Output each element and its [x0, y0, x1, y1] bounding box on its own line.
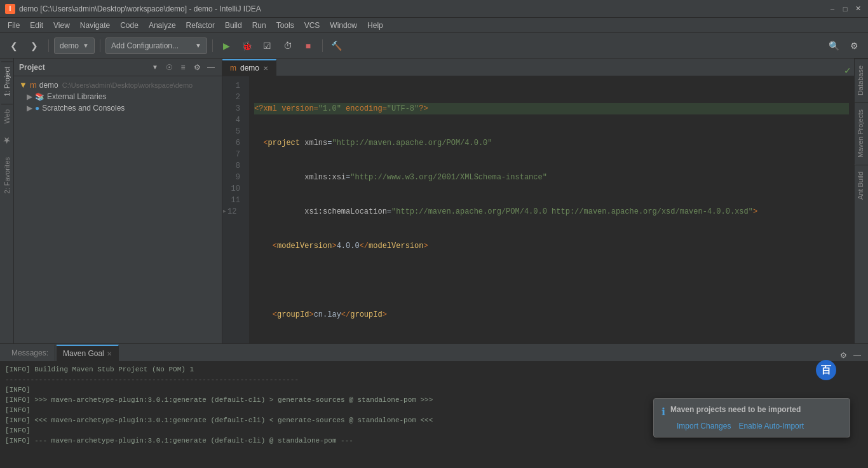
maven-goal-tab-close[interactable]: ✕ — [107, 350, 112, 357]
add-configuration-dropdown[interactable]: Add Configuration... ▼ — [105, 38, 207, 54]
code-content[interactable]: <?xml version="1.0" encoding="UTF-8"?> <… — [249, 76, 854, 343]
menu-edit[interactable]: Edit — [25, 18, 48, 32]
code-line-5: <modelVersion>4.0.0</modelVersion> — [254, 240, 849, 252]
coverage-button[interactable]: ☑ — [259, 37, 276, 55]
menu-file[interactable]: File — [3, 18, 25, 32]
right-sidebar: Database Maven Projects Ant Build — [854, 59, 868, 343]
library-icon: 📚 — [35, 92, 44, 101]
settings-button[interactable]: ⚙ — [845, 37, 863, 55]
back-button[interactable]: ❮ — [5, 37, 23, 55]
maven-projects-tab[interactable]: Maven Projects — [855, 102, 868, 164]
close-button[interactable]: ✕ — [853, 4, 863, 14]
tab-close-button[interactable]: ✕ — [263, 65, 268, 72]
sidebar-header: Project ▼ ☉ ≡ ⚙ — — [14, 59, 222, 76]
line-num-8: 8 — [222, 160, 244, 172]
line-num-4: 4 — [222, 114, 244, 126]
project-name-label: demo — [60, 41, 79, 50]
menu-vcs[interactable]: VCS — [299, 18, 325, 32]
code-editor[interactable]: 1 2 3 4 5 6 7 8 9 10 11 ▹12 <?xml versio… — [222, 76, 854, 343]
code-line-1: <?xml version="1.0" encoding="UTF-8"?> — [254, 103, 849, 114]
menu-code[interactable]: Code — [115, 18, 144, 32]
app-icon: I — [5, 4, 15, 14]
editor-area: m demo ✕ ✓ 1 2 3 4 5 6 7 8 9 10 11 — [222, 59, 854, 343]
debug-button[interactable]: 🐞 — [238, 37, 256, 55]
profile-button[interactable]: ⏱ — [279, 37, 297, 55]
stop-button[interactable]: ■ — [299, 37, 317, 55]
sidebar-item-project[interactable]: 1: Project — [1, 61, 13, 101]
maven-goal-tab-label: Maven Goal — [63, 349, 104, 358]
menu-tools[interactable]: Tools — [271, 18, 299, 32]
external-libraries-label: External Libraries — [47, 92, 106, 101]
maximize-button[interactable]: □ — [840, 4, 850, 14]
line-num-1: 1 — [222, 80, 244, 92]
tree-item-scratches[interactable]: ▶ ● Scratches and Consoles — [14, 102, 222, 114]
notification-popup: ℹ Maven projects need to be imported Imp… — [653, 398, 850, 437]
menu-help[interactable]: Help — [362, 18, 388, 32]
locate-button[interactable]: ☉ — [163, 62, 175, 73]
sidebar-item-web[interactable]: Web — [1, 104, 13, 128]
editor-tabs: m demo ✕ ✓ — [222, 59, 854, 76]
collapse-button[interactable]: ≡ — [177, 62, 189, 73]
scratches-label: Scratches and Consoles — [42, 104, 125, 113]
tree-item-path: C:\Users\admin\Desktop\workspace\demo — [62, 81, 193, 89]
sidebar-item-structure[interactable]: 2: Favorites — [1, 152, 13, 198]
line-num-12: ▹12 — [222, 206, 244, 217]
ant-build-tab[interactable]: Ant Build — [855, 165, 868, 206]
line-numbers: 1 2 3 4 5 6 7 8 9 10 11 ▹12 — [222, 76, 249, 343]
sidebar-item-favorites[interactable]: ★ — [0, 132, 14, 149]
run-button[interactable]: ▶ — [218, 37, 236, 55]
menu-navigate[interactable]: Navigate — [75, 18, 115, 32]
database-tab[interactable]: Database — [855, 59, 868, 102]
line-num-5: 5 — [222, 126, 244, 137]
left-strip: 1: Project Web ★ 2: Favorites — [0, 59, 14, 343]
bottom-tab-maven-goal[interactable]: Maven Goal ✕ — [57, 345, 119, 361]
bottom-tab-messages[interactable]: Messages: — [5, 345, 55, 361]
maven-icon: m — [30, 80, 37, 90]
menu-build[interactable]: Build — [220, 18, 247, 32]
search-everywhere-button[interactable]: 🔍 — [825, 37, 843, 55]
import-changes-link[interactable]: Import Changes — [677, 422, 731, 430]
line-num-11: 11 — [222, 195, 244, 206]
expand-icon: ▶ — [27, 92, 32, 101]
notification-title: Maven projects need to be imported — [670, 405, 801, 414]
menu-view[interactable]: View — [48, 18, 75, 32]
menu-analyze[interactable]: Analyze — [144, 18, 181, 32]
build-button[interactable]: 🔨 — [328, 37, 346, 55]
code-line-7: <groupId>cn.lay</groupId> — [254, 309, 849, 320]
menu-run[interactable]: Run — [247, 18, 271, 32]
line-num-6: 6 — [222, 137, 244, 149]
console-line-sep: ----------------------------------------… — [5, 375, 863, 385]
settings-button[interactable]: ⚙ — [191, 62, 203, 73]
toolbar: ❮ ❯ demo ▼ Add Configuration... ▼ ▶ 🐞 ☑ … — [0, 33, 868, 59]
code-line-4: xsi:schemaLocation="http://maven.apache.… — [254, 206, 849, 217]
notification-actions: Import Changes Enable Auto-Import — [661, 422, 842, 430]
menubar: File Edit View Navigate Code Analyze Ref… — [0, 18, 868, 33]
project-tree: ▼ m demo C:\Users\admin\Desktop\workspac… — [14, 76, 222, 343]
bottom-settings-button[interactable]: ⚙ — [837, 350, 849, 361]
menu-window[interactable]: Window — [325, 18, 362, 32]
notification-info-icon: ℹ — [661, 406, 665, 418]
minimize-button[interactable]: – — [827, 4, 837, 14]
project-sidebar: Project ▼ ☉ ≡ ⚙ — ▼ m demo C:\Users\admi… — [14, 59, 222, 343]
line-num-10: 10 — [222, 183, 244, 195]
bottom-panel-tabs: Messages: Maven Goal ✕ ⚙ — — [0, 344, 868, 362]
sidebar-dropdown-icon[interactable]: ▼ — [152, 64, 158, 71]
editor-tab-demo[interactable]: m demo ✕ — [222, 59, 276, 76]
code-line-3: xmlns:xsi="http://www.w3.org/2001/XMLSch… — [254, 172, 849, 183]
tab-label: demo — [240, 64, 259, 72]
maven-file-icon: m — [230, 64, 236, 72]
forward-button[interactable]: ❯ — [25, 37, 43, 55]
line-num-2: 2 — [222, 92, 244, 103]
tree-root-demo[interactable]: ▼ m demo C:\Users\admin\Desktop\workspac… — [14, 79, 222, 91]
tree-item-external-libraries[interactable]: ▶ 📚 External Libraries — [14, 91, 222, 102]
menu-refactor[interactable]: Refactor — [181, 18, 220, 32]
code-line-2: <project xmlns="http://maven.apache.org/… — [254, 137, 849, 149]
enable-auto-import-link[interactable]: Enable Auto-Import — [738, 422, 804, 430]
window-controls[interactable]: – □ ✕ — [827, 4, 863, 14]
bottom-minimize-button[interactable]: — — [851, 350, 863, 361]
project-dropdown-icon[interactable]: ▼ — [83, 42, 89, 49]
toolbar-separator-2 — [100, 39, 100, 52]
baidu-icon[interactable]: 百 — [816, 360, 836, 380]
hide-panel-button[interactable]: — — [205, 62, 217, 73]
scratches-icon: ● — [35, 104, 39, 113]
